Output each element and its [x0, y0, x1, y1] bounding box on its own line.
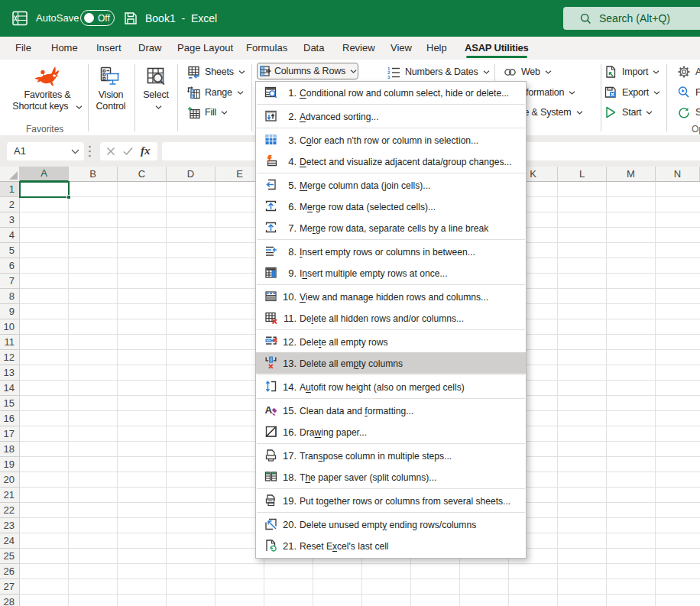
svg-text:A: A — [265, 404, 273, 416]
svg-text:3: 3 — [387, 74, 391, 79]
